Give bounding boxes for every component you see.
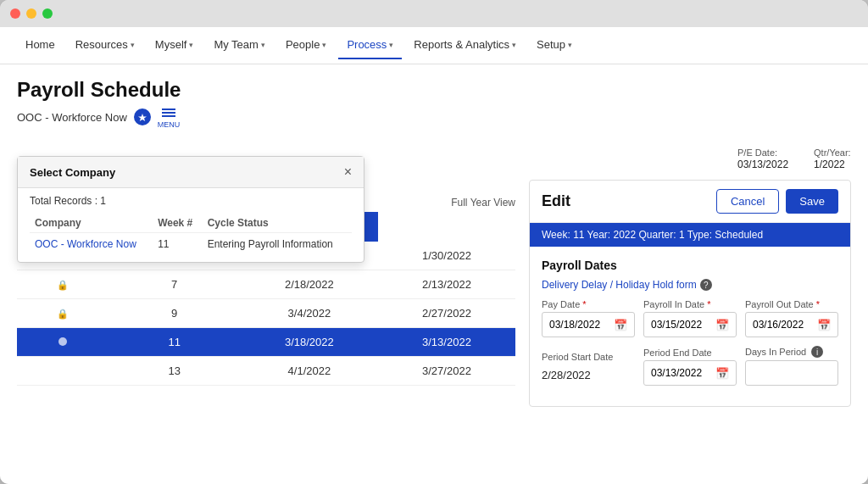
table-row-selected[interactable]: 11 3/18/2022 3/13/2022	[17, 328, 515, 357]
edit-panel-title: Edit	[542, 192, 570, 210]
app-content: Home Resources ▾ Myself ▾ My Team ▾ Peop…	[0, 27, 868, 484]
edit-panel-body: Payroll Dates Delivery Delay / Holiday H…	[530, 247, 850, 406]
form-row-1: Pay Date * 03/18/2022 📅	[542, 299, 838, 337]
close-dot[interactable]	[10, 8, 20, 19]
nav-process[interactable]: Process ▾	[338, 31, 402, 59]
close-button[interactable]: ×	[344, 165, 352, 179]
row-icon: 🔒	[17, 270, 108, 299]
pay-date-group: Pay Date * 03/18/2022 📅	[542, 299, 635, 337]
help-icon: ?	[700, 279, 712, 291]
main-content: Payroll Schedule OOC - Workforce Now MEN…	[0, 64, 868, 420]
delivery-link[interactable]: Delivery Delay / Holiday Hold form ?	[542, 279, 838, 291]
nav-home[interactable]: Home	[17, 31, 64, 59]
row-end-date: 1/30/2022	[378, 242, 515, 270]
dropdown-title: Select Company	[30, 166, 115, 179]
row-end-date: 3/13/2022	[378, 328, 515, 357]
chevron-down-icon: ▾	[189, 41, 193, 49]
app-window: Home Resources ▾ Myself ▾ My Team ▾ Peop…	[0, 0, 868, 484]
nav-my-team[interactable]: My Team ▾	[205, 31, 274, 59]
table-row[interactable]: 🔒 7 2/18/2022 2/13/2022	[17, 270, 515, 299]
cancel-button[interactable]: Cancel	[716, 189, 779, 214]
payroll-out-label: Payroll Out Date *	[745, 299, 838, 309]
lock-icon: 🔒	[57, 280, 69, 290]
hamburger-icon	[159, 105, 179, 120]
nav-people[interactable]: People ▾	[277, 31, 335, 59]
calendar-icon: 📅	[614, 319, 627, 331]
company-bar: OOC - Workforce Now MENU	[17, 105, 851, 129]
pay-date-label: Pay Date *	[542, 299, 635, 309]
save-button[interactable]: Save	[786, 189, 838, 214]
days-in-period-group: Days In Period i	[745, 346, 838, 386]
maximize-dot[interactable]	[42, 8, 53, 19]
row-week: 11	[108, 328, 241, 357]
qtr-year-block: Qtr/Year: 1/2022	[814, 147, 851, 170]
company-link[interactable]: OOC - Workforce Now	[30, 233, 153, 256]
row-end-date: 2/27/2022	[378, 299, 515, 328]
lock-icon: 🔒	[57, 309, 69, 319]
edit-panel-buttons: Cancel Save	[716, 189, 838, 214]
col-cycle-status: Cycle Status	[203, 214, 352, 233]
dropdown-table: Company Week # Cycle Status OOC - Workfo…	[30, 214, 352, 255]
week-value: 11	[153, 233, 203, 256]
menu-label: MENU	[158, 120, 181, 129]
menu-button[interactable]: MENU	[158, 105, 181, 129]
row-pay-date: 3/18/2022	[241, 328, 378, 357]
page-title: Payroll Schedule	[17, 78, 851, 102]
row-icon	[17, 328, 108, 357]
row-pay-date: 4/1/2022	[241, 357, 378, 386]
form-row-2: Period Start Date 2/28/2022 Period End D…	[542, 346, 838, 386]
chevron-down-icon: ▾	[322, 41, 326, 49]
row-week: 13	[108, 357, 241, 386]
chevron-down-icon: ▾	[261, 41, 265, 49]
period-end-input[interactable]: 03/13/2022 📅	[643, 360, 737, 386]
payroll-out-input[interactable]: 03/16/2022 📅	[745, 312, 838, 337]
company-select-dropdown: Select Company × Total Records : 1 Compa…	[17, 156, 364, 263]
dropdown-body: Total Records : 1 Company Week # Cycle S…	[18, 188, 364, 262]
row-pay-date: 3/4/2022	[241, 299, 378, 328]
period-start-value: 2/28/2022	[542, 364, 635, 386]
payroll-in-group: Payroll In Date * 03/15/2022 📅	[643, 299, 737, 337]
right-panel: Edit Cancel Save Week: 11 Year: 2022 Qua…	[529, 180, 851, 407]
table-row[interactable]: OOC - Workforce Now 11 Entering Payroll …	[30, 233, 352, 256]
pay-date-input[interactable]: 03/18/2022 📅	[542, 312, 635, 337]
chevron-down-icon: ▾	[512, 41, 516, 49]
company-name: OOC - Workforce Now	[17, 111, 127, 124]
calendar-icon: 📅	[817, 319, 831, 331]
payroll-in-input[interactable]: 03/15/2022 📅	[643, 312, 737, 337]
chevron-down-icon: ▾	[389, 41, 393, 49]
header-info: P/E Date: 03/13/2022 Qtr/Year: 1/2022 Se…	[737, 147, 851, 192]
nav-reports-analytics[interactable]: Reports & Analytics ▾	[405, 31, 525, 59]
section-title: Payroll Dates	[542, 259, 838, 272]
calendar-icon: 📅	[715, 367, 729, 380]
days-in-period-label: Days In Period i	[745, 346, 838, 358]
table-row[interactable]: 🔒 9 3/4/2022 2/27/2022	[17, 299, 515, 328]
period-end-group: Period End Date 03/13/2022 📅	[643, 348, 737, 386]
days-in-period-input[interactable]	[745, 360, 838, 386]
minimize-dot[interactable]	[26, 8, 36, 19]
nav-setup[interactable]: Setup ▾	[528, 31, 581, 59]
table-row[interactable]: 13 4/1/2022 3/27/2022	[17, 357, 515, 386]
row-end-date: 2/13/2022	[378, 270, 515, 299]
pe-date-block: P/E Date: 03/13/2022	[737, 147, 788, 170]
period-start-label: Period Start Date	[542, 352, 635, 362]
nav-bar: Home Resources ▾ Myself ▾ My Team ▾ Peop…	[0, 27, 868, 64]
col-week: Week #	[153, 214, 203, 233]
row-icon: 🔒	[17, 299, 108, 328]
chevron-down-icon: ▾	[568, 41, 572, 49]
period-end-label: Period End Date	[643, 348, 737, 358]
company-icon[interactable]	[134, 108, 151, 125]
circle-icon	[58, 337, 67, 346]
total-records: Total Records : 1	[30, 195, 352, 207]
week-info-bar: Week: 11 Year: 2022 Quarter: 1 Type: Sch…	[530, 223, 850, 247]
info-icon: i	[811, 346, 823, 358]
row-icon	[17, 357, 108, 386]
nav-myself[interactable]: Myself ▾	[147, 31, 203, 59]
chevron-down-icon: ▾	[131, 41, 135, 49]
row-pay-date: 2/18/2022	[241, 270, 378, 299]
edit-panel: Edit Cancel Save Week: 11 Year: 2022 Qua…	[529, 180, 851, 407]
row-end-date: 3/27/2022	[378, 357, 515, 386]
payroll-in-label: Payroll In Date *	[643, 299, 737, 309]
payroll-out-group: Payroll Out Date * 03/16/2022 📅	[745, 299, 838, 337]
title-bar	[0, 0, 868, 27]
nav-resources[interactable]: Resources ▾	[67, 31, 143, 59]
